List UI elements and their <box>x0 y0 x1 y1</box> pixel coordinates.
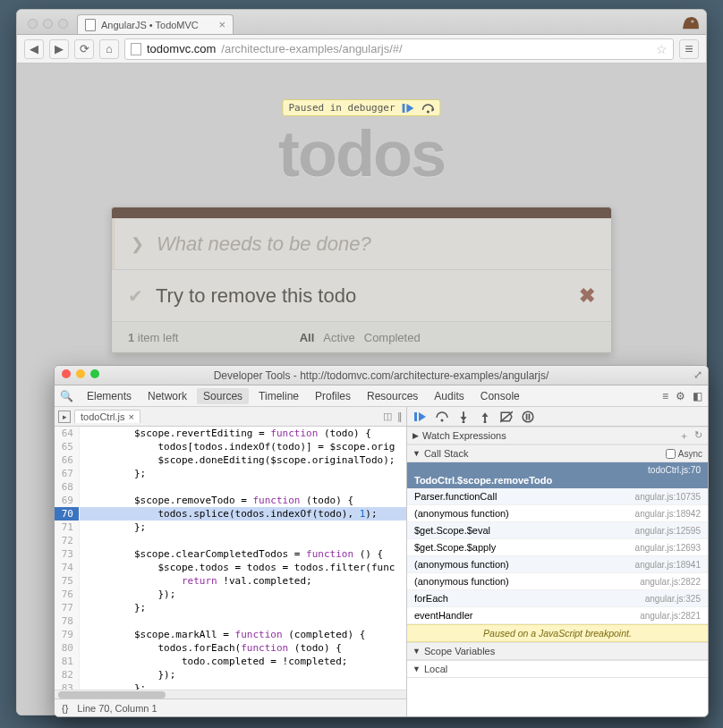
line-number[interactable]: 67 <box>55 467 80 480</box>
drawer-toggle-icon[interactable]: ≡ <box>662 390 668 402</box>
code-line[interactable]: 68 <box>55 480 406 494</box>
step-out-icon[interactable] <box>479 411 491 423</box>
panel-resources[interactable]: Resources <box>361 388 424 404</box>
code-line[interactable]: 78 <box>55 614 406 628</box>
code-line[interactable]: 75 return !val.completed; <box>55 574 406 588</box>
section-watch-expressions[interactable]: ▶ Watch Expressions ＋↻ <box>407 427 708 444</box>
line-number[interactable]: 83 <box>55 681 80 690</box>
code-line[interactable]: 83 }; <box>55 681 406 690</box>
line-number[interactable]: 81 <box>55 655 80 668</box>
callstack-top-frame[interactable]: todoCtrl.js:70 TodoCtrl.$scope.removeTod… <box>407 462 708 488</box>
code-line[interactable]: 65 todos[todos.indexOf(todo)] = $scope.o… <box>55 440 406 453</box>
home-button[interactable]: ⌂ <box>99 39 119 59</box>
line-number[interactable]: 65 <box>55 440 80 453</box>
code-line[interactable]: 67 }; <box>55 467 406 480</box>
deactivate-breakpoints-icon[interactable] <box>500 411 513 423</box>
disclosure-triangle-icon[interactable]: ▼ <box>413 647 421 656</box>
async-toggle[interactable]: Async <box>666 449 702 459</box>
code-line[interactable]: 64 $scope.revertEditing = function (todo… <box>55 427 406 440</box>
dock-side-icon[interactable]: ◧ <box>693 390 702 402</box>
line-number[interactable]: 71 <box>55 521 80 534</box>
search-icon[interactable]: 🔍 <box>60 390 73 402</box>
line-number[interactable]: 70 <box>55 507 80 521</box>
settings-gear-icon[interactable]: ⚙ <box>676 390 685 402</box>
line-number[interactable]: 80 <box>55 641 80 655</box>
reload-button[interactable]: ⟳ <box>74 39 94 59</box>
todo-item-row[interactable]: ✔ Try to remove this todo ✖ <box>112 270 611 322</box>
line-number[interactable]: 76 <box>55 588 80 601</box>
resume-icon[interactable] <box>403 103 415 114</box>
close-dot[interactable] <box>28 19 38 29</box>
zoom-dot[interactable] <box>90 369 99 378</box>
check-icon[interactable]: ✔ <box>128 285 143 307</box>
callstack-frame[interactable]: $get.Scope.$applyangular.js:12693 <box>407 539 708 556</box>
file-tab[interactable]: todoCtrl.js × <box>74 410 140 423</box>
remove-todo-icon[interactable]: ✖ <box>579 284 595 308</box>
add-icon[interactable]: ＋ <box>679 429 689 443</box>
panel-console[interactable]: Console <box>474 388 526 404</box>
browser-tab[interactable]: AngularJS • TodoMVC × <box>77 14 234 34</box>
code-line[interactable]: 69 $scope.removeTodo = function (todo) { <box>55 494 406 507</box>
callstack-frame[interactable]: Parser.functionCallangular.js:10735 <box>407 488 708 505</box>
code-line[interactable]: 74 $scope.todos = todos = todos.filter(f… <box>55 561 406 574</box>
code-line[interactable]: 81 todo.completed = !completed; <box>55 655 406 668</box>
callstack-frame[interactable]: $get.Scope.$evalangular.js:12595 <box>407 522 708 539</box>
filter-active[interactable]: Active <box>323 331 354 344</box>
horizontal-scrollbar[interactable] <box>55 690 406 698</box>
section-call-stack[interactable]: ▼ Call Stack Async <box>407 444 708 462</box>
line-number[interactable]: 74 <box>55 561 80 574</box>
disclosure-triangle-icon[interactable]: ▼ <box>413 665 421 673</box>
code-editor[interactable]: 64 $scope.revertEditing = function (todo… <box>55 427 406 690</box>
resume-icon[interactable] <box>414 411 427 423</box>
code-line[interactable]: 66 $scope.doneEditing($scope.originalTod… <box>55 453 406 467</box>
code-line[interactable]: 77 }; <box>55 601 406 614</box>
code-line[interactable]: 82 }); <box>55 668 406 681</box>
line-number[interactable]: 64 <box>55 427 80 440</box>
profile-avatar-icon[interactable] <box>681 14 701 30</box>
line-number[interactable]: 78 <box>55 614 80 628</box>
navigator-toggle-icon[interactable]: ▸ <box>58 411 71 423</box>
devtools-window-controls[interactable] <box>62 369 99 378</box>
line-number[interactable]: 77 <box>55 601 80 614</box>
tab-close-icon[interactable]: × <box>218 18 225 31</box>
line-number[interactable]: 75 <box>55 574 80 588</box>
toggle-all-icon[interactable]: ❯ <box>131 234 144 254</box>
filter-all[interactable]: All <box>300 331 315 344</box>
panel-elements[interactable]: Elements <box>81 388 138 404</box>
callstack-frame[interactable]: (anonymous function)angular.js:18942 <box>407 505 708 522</box>
zoom-dot[interactable] <box>58 19 68 29</box>
line-number[interactable]: 72 <box>55 534 80 547</box>
code-line[interactable]: 79 $scope.markAll = function (completed)… <box>55 628 406 641</box>
code-line[interactable]: 76 }); <box>55 588 406 601</box>
scrollbar-thumb[interactable] <box>58 691 166 698</box>
section-scope-variables[interactable]: ▼ Scope Variables <box>407 642 708 660</box>
line-number[interactable]: 82 <box>55 668 80 681</box>
callstack-frame[interactable]: eventHandlerangular.js:2821 <box>407 607 708 624</box>
filter-completed[interactable]: Completed <box>364 331 421 344</box>
panel-timeline[interactable]: Timeline <box>252 388 305 404</box>
disclosure-triangle-icon[interactable]: ▼ <box>413 449 421 458</box>
step-over-icon[interactable] <box>436 411 448 423</box>
refresh-icon[interactable]: ↻ <box>694 429 702 443</box>
line-number[interactable]: 66 <box>55 453 80 467</box>
window-controls[interactable] <box>28 19 68 29</box>
panel-network[interactable]: Network <box>141 388 193 404</box>
step-over-icon[interactable] <box>422 103 435 114</box>
callstack-frame[interactable]: (anonymous function)angular.js:2822 <box>407 573 708 590</box>
panel-profiles[interactable]: Profiles <box>309 388 357 404</box>
devtools-titlebar[interactable]: Developer Tools - http://todomvc.com/arc… <box>55 366 708 385</box>
forward-button[interactable]: ▶ <box>49 39 69 59</box>
step-into-icon[interactable] <box>457 411 470 423</box>
callstack-frame[interactable]: forEachangular.js:325 <box>407 590 708 607</box>
code-line[interactable]: 71 }; <box>55 521 406 534</box>
line-number[interactable]: 79 <box>55 628 80 641</box>
callstack-frame[interactable]: (anonymous function)angular.js:18941 <box>407 556 708 573</box>
todo-input-row[interactable]: ❯ What needs to be done? <box>112 218 611 270</box>
async-checkbox[interactable] <box>666 449 676 459</box>
code-line[interactable]: 72 <box>55 534 406 547</box>
braces-icon[interactable]: {} <box>62 703 68 714</box>
panel-sources[interactable]: Sources <box>197 388 249 404</box>
hamburger-menu-icon[interactable]: ≡ <box>679 39 699 59</box>
disclosure-triangle-icon[interactable]: ▶ <box>413 431 419 440</box>
close-dot[interactable] <box>62 369 71 378</box>
